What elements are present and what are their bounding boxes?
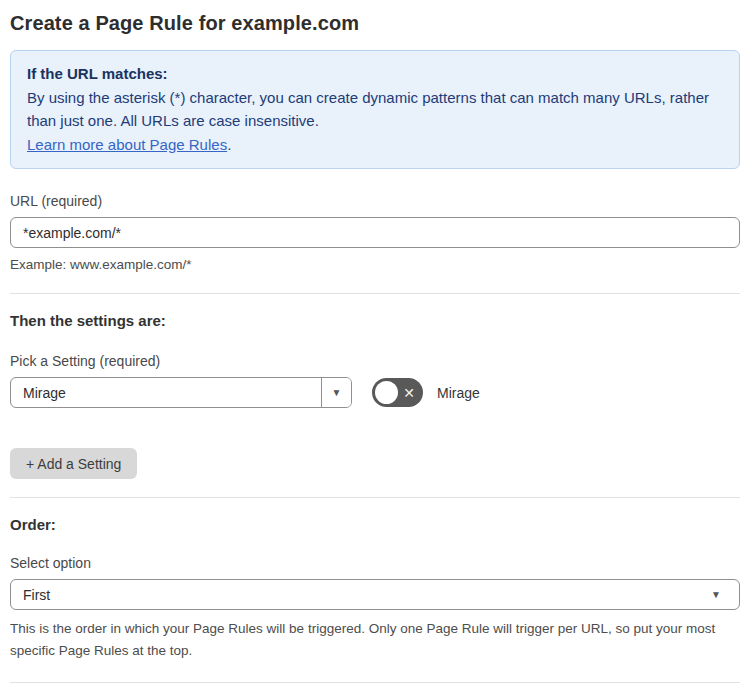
- setting-row: Mirage ▼ ✕ Mirage: [10, 377, 740, 408]
- divider: [10, 293, 740, 294]
- pick-setting-label: Pick a Setting (required): [10, 353, 740, 369]
- caret-down-icon: ▼: [332, 387, 342, 398]
- learn-more-link[interactable]: Learn more about Page Rules: [27, 136, 227, 153]
- url-input[interactable]: [10, 217, 740, 248]
- url-matches-callout: If the URL matches: By using the asteris…: [10, 50, 740, 169]
- toggle-knob: [375, 381, 398, 404]
- create-page-rule-form: Create a Page Rule for example.com If th…: [0, 0, 750, 684]
- toggle-off-x-icon: ✕: [403, 385, 415, 399]
- order-helper-text: This is the order in which your Page Rul…: [10, 618, 740, 662]
- select-option-label: Select option: [10, 555, 740, 571]
- divider: [10, 497, 740, 498]
- page-title: Create a Page Rule for example.com: [10, 12, 740, 35]
- add-setting-button[interactable]: + Add a Setting: [10, 448, 137, 479]
- mirage-toggle[interactable]: ✕: [372, 378, 423, 407]
- settings-section-heading: Then the settings are:: [10, 312, 740, 329]
- callout-body: By using the asterisk (*) character, you…: [27, 86, 723, 133]
- order-select-value: First: [23, 587, 711, 603]
- mirage-toggle-group: ✕ Mirage: [372, 378, 480, 407]
- link-suffix: .: [227, 136, 231, 153]
- setting-select-value: Mirage: [11, 378, 321, 407]
- order-section-heading: Order:: [10, 516, 740, 533]
- callout-heading: If the URL matches:: [27, 62, 723, 86]
- toggle-label: Mirage: [437, 385, 480, 401]
- caret-down-icon: ▼: [711, 589, 721, 600]
- setting-select-arrow-button[interactable]: ▼: [321, 378, 351, 407]
- url-label: URL (required): [10, 193, 740, 209]
- url-example-helper: Example: www.example.com/*: [10, 255, 740, 275]
- setting-select[interactable]: Mirage ▼: [10, 377, 352, 408]
- callout-link-line: Learn more about Page Rules.: [27, 133, 723, 157]
- order-select[interactable]: First ▼: [10, 579, 740, 610]
- divider: [10, 682, 740, 683]
